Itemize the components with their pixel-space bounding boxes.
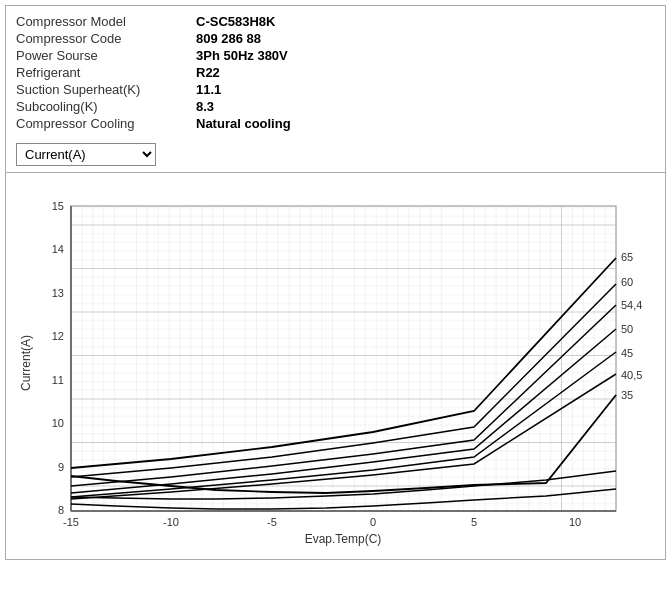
- svg-text:14: 14: [51, 243, 63, 255]
- info-value: Natural cooling: [196, 116, 291, 131]
- svg-text:54,4: 54,4: [621, 299, 642, 311]
- svg-text:35: 35: [621, 389, 633, 401]
- info-label: Subcooling(K): [16, 99, 196, 114]
- chart-container: 8 9 10 11 12 13 14 15 Current(A) -15 -10…: [6, 172, 665, 559]
- info-row: Compressor Code 809 286 88: [16, 31, 655, 46]
- info-value: 11.1: [196, 82, 221, 97]
- info-value: 3Ph 50Hz 380V: [196, 48, 288, 63]
- svg-text:8: 8: [57, 504, 63, 516]
- svg-text:9: 9: [57, 461, 63, 473]
- svg-text:-5: -5: [267, 516, 277, 528]
- info-row: Compressor Model C-SC583H8K: [16, 14, 655, 29]
- svg-text:10: 10: [568, 516, 580, 528]
- info-label: Refrigerant: [16, 65, 196, 80]
- svg-text:Current(A): Current(A): [19, 335, 33, 391]
- svg-text:5: 5: [470, 516, 476, 528]
- info-label: Suction Superheat(K): [16, 82, 196, 97]
- info-label: Compressor Code: [16, 31, 196, 46]
- chart-type-select[interactable]: Current(A)Power(W)COPCapacity(W): [16, 143, 156, 166]
- svg-text:0: 0: [369, 516, 375, 528]
- svg-text:65: 65: [621, 251, 633, 263]
- info-row: Suction Superheat(K) 11.1: [16, 82, 655, 97]
- info-row: Refrigerant R22: [16, 65, 655, 80]
- info-label: Compressor Cooling: [16, 116, 196, 131]
- svg-text:45: 45: [621, 347, 633, 359]
- info-value: 8.3: [196, 99, 214, 114]
- dropdown-row: Current(A)Power(W)COPCapacity(W): [6, 139, 665, 172]
- svg-text:13: 13: [51, 287, 63, 299]
- svg-text:50: 50: [621, 323, 633, 335]
- chart-svg: 8 9 10 11 12 13 14 15 Current(A) -15 -10…: [16, 181, 656, 551]
- svg-text:-15: -15: [63, 516, 79, 528]
- main-container: Compressor Model C-SC583H8K Compressor C…: [5, 5, 666, 560]
- svg-text:15: 15: [51, 200, 63, 212]
- info-label: Compressor Model: [16, 14, 196, 29]
- svg-text:11: 11: [51, 374, 63, 386]
- info-value: 809 286 88: [196, 31, 261, 46]
- svg-text:Evap.Temp(C): Evap.Temp(C): [304, 532, 381, 546]
- info-row: Subcooling(K) 8.3: [16, 99, 655, 114]
- svg-text:-10: -10: [163, 516, 179, 528]
- svg-text:40,5: 40,5: [621, 369, 642, 381]
- svg-text:60: 60: [621, 276, 633, 288]
- info-row: Compressor Cooling Natural cooling: [16, 116, 655, 131]
- svg-text:12: 12: [51, 330, 63, 342]
- info-value: C-SC583H8K: [196, 14, 275, 29]
- info-value: R22: [196, 65, 220, 80]
- info-label: Power Sourse: [16, 48, 196, 63]
- info-row: Power Sourse 3Ph 50Hz 380V: [16, 48, 655, 63]
- svg-text:10: 10: [51, 417, 63, 429]
- info-table: Compressor Model C-SC583H8K Compressor C…: [6, 6, 665, 139]
